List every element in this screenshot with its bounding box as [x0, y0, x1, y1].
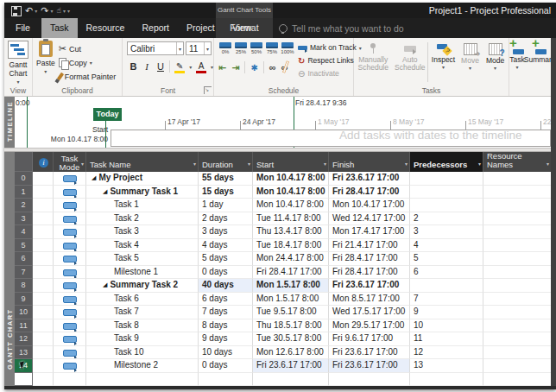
start-cell[interactable]: Tue 9.5.17 8:00	[253, 306, 329, 319]
info-cell[interactable]	[33, 346, 54, 360]
info-cell[interactable]	[33, 199, 54, 212]
duration-cell[interactable]: 55 days	[199, 172, 253, 186]
expand-collapse-icon[interactable]: ◢	[103, 188, 107, 194]
task-name-cell[interactable]: Task 9	[86, 332, 199, 346]
empty-cell[interactable]	[410, 373, 483, 387]
finish-cell[interactable]: Fri 21.4.17 17:00	[329, 239, 410, 253]
row-number[interactable]: 7	[15, 266, 33, 280]
row-number[interactable]: 4	[15, 225, 33, 239]
row-number[interactable]: 14	[15, 359, 33, 373]
pred-cell[interactable]: 13	[410, 359, 483, 373]
task-mode-cell[interactable]	[54, 279, 86, 293]
empty-cell[interactable]	[86, 373, 199, 387]
paste-button[interactable]: Paste ▾	[36, 41, 55, 83]
finish-cell[interactable]: Mon 10.4.17 17:00	[329, 199, 410, 212]
res-cell[interactable]	[483, 239, 551, 253]
outdent-task-icon[interactable]: ⇤	[218, 62, 226, 73]
empty-cell[interactable]	[33, 373, 54, 387]
format-painter-button[interactable]: Format Painter	[59, 70, 117, 83]
pred-cell[interactable]	[410, 172, 483, 186]
undo-icon[interactable]: ↶	[25, 3, 33, 17]
row-number[interactable]: 12	[15, 332, 33, 346]
task-name-cell[interactable]: Task 3	[86, 225, 199, 239]
pred-cell[interactable]: 3	[410, 225, 483, 239]
task-name-cell[interactable]: Task 1	[86, 199, 199, 212]
row-number[interactable]: 8	[15, 279, 33, 293]
dropdown-icon[interactable]: ▾	[204, 42, 211, 54]
duration-cell[interactable]: 15 days	[199, 186, 253, 199]
pred-cell[interactable]: 7	[410, 293, 483, 307]
empty-cell[interactable]	[329, 373, 410, 387]
copy-button[interactable]: Copy ▾	[59, 56, 117, 69]
info-cell[interactable]	[33, 293, 54, 307]
row-number[interactable]: 3	[15, 212, 33, 226]
font-name-combo[interactable]: Calibri ▾	[127, 41, 184, 55]
info-cell[interactable]	[33, 239, 54, 253]
duration-cell[interactable]: 2 days	[199, 212, 253, 226]
task-mode-cell[interactable]	[54, 199, 86, 212]
finish-cell[interactable]: Fri 9.6.17 17:00	[329, 332, 410, 346]
task-mode-cell[interactable]	[54, 359, 86, 373]
task-mode-cell[interactable]	[54, 306, 86, 319]
pred-cell[interactable]: 11	[410, 332, 483, 346]
res-cell[interactable]	[483, 279, 551, 293]
column-header-finish[interactable]: Finish▾	[329, 152, 410, 172]
task-mode-cell[interactable]	[54, 266, 86, 280]
duration-cell[interactable]: 3 days	[199, 225, 253, 239]
inspect-button[interactable]: Inspect ▾	[428, 41, 458, 72]
info-cell[interactable]	[33, 306, 54, 319]
manually-schedule-button[interactable]: Manually Schedule	[354, 41, 393, 72]
pred-cell[interactable]: 4	[410, 239, 483, 253]
column-header-num[interactable]	[15, 152, 33, 172]
duration-cell[interactable]: 7 days	[199, 306, 253, 319]
res-cell[interactable]	[483, 186, 551, 199]
res-cell[interactable]	[483, 212, 551, 226]
start-cell[interactable]: Tue 30.5.17 8:00	[253, 332, 329, 346]
dropdown-icon[interactable]: ▾	[189, 64, 192, 70]
finish-cell[interactable]: Mon 17.4.17 17:00	[329, 225, 410, 239]
task-name-cell[interactable]: ◢Summary Task 2	[86, 279, 199, 293]
pred-cell[interactable]: 10	[410, 319, 483, 333]
expand-collapse-icon[interactable]: ◢	[92, 174, 96, 180]
start-cell[interactable]: Mon 12.6.17 8:00	[253, 346, 329, 360]
info-cell[interactable]	[33, 266, 54, 280]
info-cell[interactable]	[33, 212, 54, 226]
finish-cell[interactable]: Fri 23.6.17 17:00	[329, 279, 410, 293]
res-cell[interactable]	[483, 252, 551, 266]
res-cell[interactable]	[483, 172, 551, 186]
tab-resource[interactable]: Resource	[78, 18, 134, 38]
duration-cell[interactable]: 8 days	[199, 319, 253, 333]
start-cell[interactable]: Mon 1.5.17 8:00	[253, 279, 329, 293]
task-mode-cell[interactable]	[54, 212, 86, 226]
finish-cell[interactable]: Wed 12.4.17 17:00	[329, 212, 410, 226]
res-cell[interactable]	[483, 332, 551, 346]
info-cell[interactable]	[33, 279, 54, 293]
start-cell[interactable]: Thu 13.4.17 8:00	[253, 225, 329, 239]
column-header-info[interactable]: i	[33, 152, 54, 172]
task-name-cell[interactable]: Milestone 2	[86, 359, 199, 373]
duration-cell[interactable]: 9 days	[199, 332, 253, 346]
filter-dropdown-icon[interactable]: ▾	[193, 160, 196, 168]
row-number[interactable]: 10	[15, 306, 33, 319]
start-cell[interactable]: Thu 18.5.17 8:00	[253, 319, 329, 333]
res-cell[interactable]	[483, 293, 551, 307]
filter-dropdown-icon[interactable]: ▾	[248, 160, 250, 168]
bold-button[interactable]: B	[129, 61, 138, 72]
finish-cell[interactable]: Mon 29.5.17 17:00	[329, 319, 410, 333]
finish-cell[interactable]: Fri 28.4.17 17:00	[329, 252, 410, 266]
info-cell[interactable]	[33, 359, 54, 373]
background-color-button[interactable]: ✎	[174, 62, 185, 71]
task-name-cell[interactable]: ◢Summary Task 1	[86, 186, 199, 199]
start-cell[interactable]: Mon 1.5.17 8:00	[253, 293, 329, 307]
task-name-cell[interactable]: Task 8	[86, 319, 199, 333]
row-number[interactable]: 6	[15, 252, 33, 266]
finish-cell[interactable]: Fri 23.6.17 17:00	[329, 359, 410, 373]
tab-format[interactable]: Format	[216, 18, 273, 38]
column-header-pred[interactable]: Predecessors▾	[410, 152, 483, 172]
task-name-cell[interactable]: Milestone 1	[86, 266, 199, 280]
empty-cell[interactable]	[15, 373, 33, 387]
duration-cell[interactable]: 6 days	[199, 293, 253, 307]
save-icon[interactable]	[11, 6, 22, 16]
split-task-icon[interactable]: ✱	[250, 63, 257, 73]
pred-cell[interactable]	[410, 199, 483, 212]
